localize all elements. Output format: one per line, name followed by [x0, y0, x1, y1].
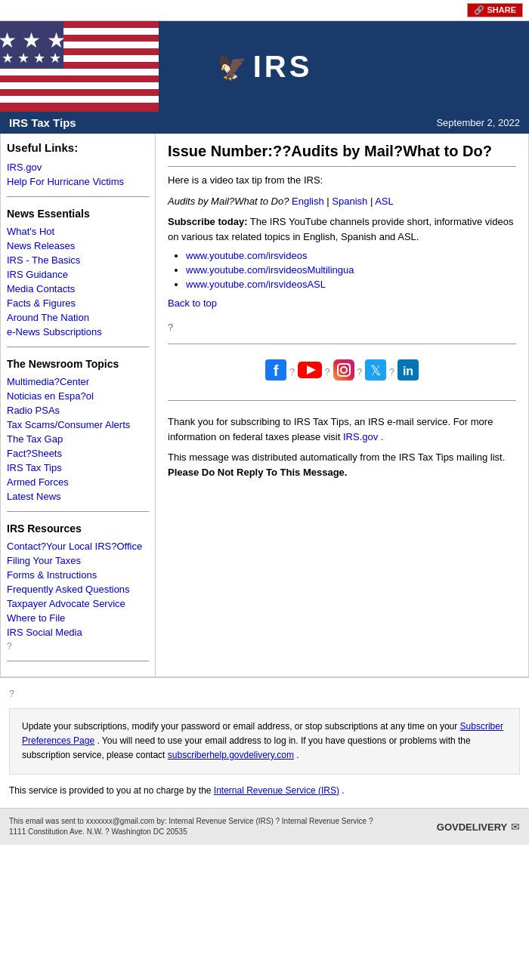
bottom-section: ? Update your subscriptions, modify your… — [0, 677, 529, 808]
govdelivery-logo: GOVDELIVERY ✉ — [437, 821, 520, 833]
footer-message: Thank you for subscribing to IRS Tax Tip… — [168, 407, 516, 493]
share-icon: 🔗 — [474, 5, 484, 14]
email-sent-text: This email was sent to xxxxxxx@gmail.com… — [9, 816, 387, 837]
svg-rect-5 — [0, 82, 159, 89]
svg-rect-14 — [333, 359, 354, 381]
sidebar-link-whats-hot[interactable]: What's Hot — [7, 224, 149, 239]
linkedin-icon[interactable]: in — [398, 359, 419, 385]
sidebar-link-around-nation[interactable]: Around The Nation — [7, 310, 149, 325]
sidebar-divider-3 — [7, 511, 149, 512]
svg-text:𝕏: 𝕏 — [370, 363, 382, 378]
social-icons-group: f ? ? ? — [265, 359, 419, 385]
subscriptions-box: Update your subscriptions, modify your p… — [9, 708, 520, 775]
back-to-top-link[interactable]: Back to top — [168, 297, 217, 309]
contact-govdelivery-link[interactable]: subscriberhelp.govdelivery.com — [168, 750, 294, 760]
youtube-links-list: www.youtube.com/irsvideos www.youtube.co… — [186, 250, 516, 290]
page-title: IRS Tax Tips — [9, 116, 76, 129]
social-bar: f ? ? ? — [168, 350, 516, 394]
footer-para-2: This message was distributed automatical… — [168, 450, 516, 479]
sidebar-unknown-item: ? — [7, 639, 149, 653]
sidebar-link-media-contacts[interactable]: Media Contacts — [7, 282, 149, 296]
sidebar-link-noticias[interactable]: Noticias en Espa?ol — [7, 389, 149, 403]
svg-text:f: f — [274, 362, 279, 379]
sidebar-divider-2 — [7, 347, 149, 347]
news-essentials-title: News Essentials — [7, 208, 149, 220]
govdelivery-brand: GOVDELIVERY — [437, 821, 507, 833]
sidebar-link-news-releases[interactable]: News Releases — [7, 239, 149, 253]
asl-link[interactable]: ASL — [375, 196, 394, 207]
sidebar-link-contact-office[interactable]: Contact?Your Local IRS?Office — [7, 539, 149, 553]
content-divider-3 — [168, 400, 516, 401]
main-layout: Useful Links: IRS.gov Help For Hurricane… — [0, 134, 529, 677]
irs-service-link[interactable]: Internal Revenue Service (IRS) — [214, 785, 339, 796]
share-button[interactable]: 🔗 SHARE — [467, 3, 523, 17]
sidebar-link-irsgov[interactable]: IRS.gov — [7, 160, 149, 174]
sidebar-link-latest-news[interactable]: Latest News — [7, 489, 149, 504]
content-area: Issue Number:??Audits by Mail?What to Do… — [156, 134, 528, 676]
useful-links-title: Useful Links: — [7, 141, 149, 154]
title-bar: IRS Tax Tips September 2, 2022 — [0, 112, 529, 134]
sidebar-divider-1 — [7, 196, 149, 197]
sidebar-link-faq[interactable]: Frequently Asked Questions — [7, 582, 149, 596]
italic-line: Audits by Mail?What to Do? English | Spa… — [168, 194, 516, 209]
newsroom-topics-section: The Newsroom Topics Multimedia?Center No… — [7, 358, 149, 504]
sidebar-link-irs-basics[interactable]: IRS - The Basics — [7, 253, 149, 267]
share-bar: 🔗 SHARE — [0, 0, 529, 21]
svg-rect-4 — [0, 69, 159, 76]
list-item: www.youtube.com/irsvideos — [186, 250, 516, 261]
youtube-icon[interactable] — [298, 362, 322, 383]
useful-links-section: Useful Links: IRS.gov Help For Hurricane… — [7, 141, 149, 189]
sidebar-link-facts-figures[interactable]: Facts & Figures — [7, 296, 149, 310]
facebook-icon[interactable]: f — [265, 359, 286, 385]
intro-text: Here is a video tax tip from the IRS: — [168, 173, 516, 188]
footer-para-1: Thank you for subscribing to IRS Tax Tip… — [168, 414, 516, 444]
date-display: September 2, 2022 — [436, 117, 520, 128]
sidebar: Useful Links: IRS.gov Help For Hurricane… — [1, 134, 156, 676]
back-to-top-container: Back to top — [168, 296, 516, 311]
instagram-icon[interactable] — [333, 359, 354, 385]
header: ★ ★ ★ ★ ★ ★ ★ 🦅 IRS — [0, 21, 529, 112]
svg-text:in: in — [403, 365, 413, 378]
flag-decoration: ★ ★ ★ ★ ★ ★ ★ — [0, 21, 159, 112]
sidebar-link-radio-psas[interactable]: Radio PSAs — [7, 403, 149, 418]
sidebar-link-armed-forces[interactable]: Armed Forces — [7, 475, 149, 489]
subscribe-text: Subscribe today: The IRS YouTube channel… — [168, 214, 516, 244]
twitter-icon[interactable]: 𝕏 — [365, 359, 386, 385]
sidebar-link-social-media[interactable]: IRS Social Media — [7, 625, 149, 639]
header-bg — [159, 21, 529, 112]
sidebar-link-irs-guidance[interactable]: IRS Guidance — [7, 267, 149, 282]
spanish-link[interactable]: Spanish — [332, 196, 367, 207]
eagle-icon: 🦅 — [217, 52, 247, 81]
sidebar-link-forms[interactable]: Forms & Instructions — [7, 568, 149, 582]
email-footer: This email was sent to xxxxxxx@gmail.com… — [0, 808, 529, 845]
list-item: www.youtube.com/irsvideosASL — [186, 279, 516, 290]
youtube-link-1[interactable]: www.youtube.com/irsvideos — [186, 250, 307, 261]
sidebar-link-irs-tax-tips[interactable]: IRS Tax Tips — [7, 461, 149, 475]
service-note: This service is provided to you at no ch… — [9, 781, 520, 800]
youtube-link-2[interactable]: www.youtube.com/irsvideosMultilingua — [186, 264, 354, 276]
irsgov-footer-link[interactable]: IRS.gov — [343, 431, 378, 442]
english-link[interactable]: English — [292, 196, 324, 207]
svg-text:★ ★ ★: ★ ★ ★ — [0, 29, 66, 52]
sidebar-divider-4 — [7, 661, 149, 661]
sidebar-link-fact-sheets[interactable]: Fact?Sheets — [7, 446, 149, 461]
irs-brand-text: IRS — [253, 50, 313, 84]
irs-logo: 🦅 IRS — [217, 50, 313, 84]
youtube-link-3[interactable]: www.youtube.com/irsvideosASL — [186, 279, 326, 290]
svg-point-17 — [348, 364, 350, 366]
sidebar-link-hurricane[interactable]: Help For Hurricane Victims — [7, 174, 149, 189]
sidebar-link-tax-scams[interactable]: Tax Scams/Consumer Alerts — [7, 418, 149, 432]
newsroom-topics-title: The Newsroom Topics — [7, 358, 149, 370]
sidebar-link-multimedia[interactable]: Multimedia?Center — [7, 374, 149, 389]
content-title: Issue Number:??Audits by Mail?What to Do… — [168, 143, 516, 160]
email-icon: ✉ — [511, 821, 520, 833]
sidebar-link-enews[interactable]: e-News Subscriptions — [7, 325, 149, 339]
sidebar-link-taxpayer-advocate[interactable]: Taxpayer Advocate Service — [7, 596, 149, 611]
svg-rect-6 — [0, 96, 159, 103]
irs-resources-title: IRS Resources — [7, 522, 149, 535]
sidebar-link-where-to-file[interactable]: Where to File — [7, 611, 149, 625]
news-essentials-section: News Essentials What's Hot News Releases… — [7, 208, 149, 339]
sidebar-link-tax-gap[interactable]: The Tax Gap — [7, 432, 149, 446]
sidebar-link-filing-taxes[interactable]: Filing Your Taxes — [7, 553, 149, 568]
question-mark-1: ? — [168, 317, 516, 338]
